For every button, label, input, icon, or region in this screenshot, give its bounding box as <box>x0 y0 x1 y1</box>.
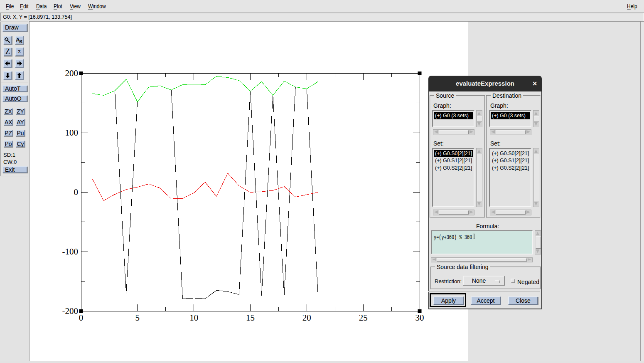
svg-text:0: 0 <box>79 313 84 323</box>
svg-text:30: 30 <box>415 313 424 323</box>
svg-text:15: 15 <box>246 313 255 323</box>
svg-text:-200: -200 <box>62 306 79 316</box>
svg-text:0: 0 <box>74 187 79 197</box>
svg-text:100: 100 <box>65 128 79 138</box>
svg-text:-100: -100 <box>62 247 79 257</box>
svg-text:20: 20 <box>302 313 311 323</box>
svg-text:200: 200 <box>65 68 79 78</box>
svg-text:25: 25 <box>359 313 368 323</box>
svg-text:10: 10 <box>189 313 198 323</box>
svg-text:5: 5 <box>135 313 140 323</box>
